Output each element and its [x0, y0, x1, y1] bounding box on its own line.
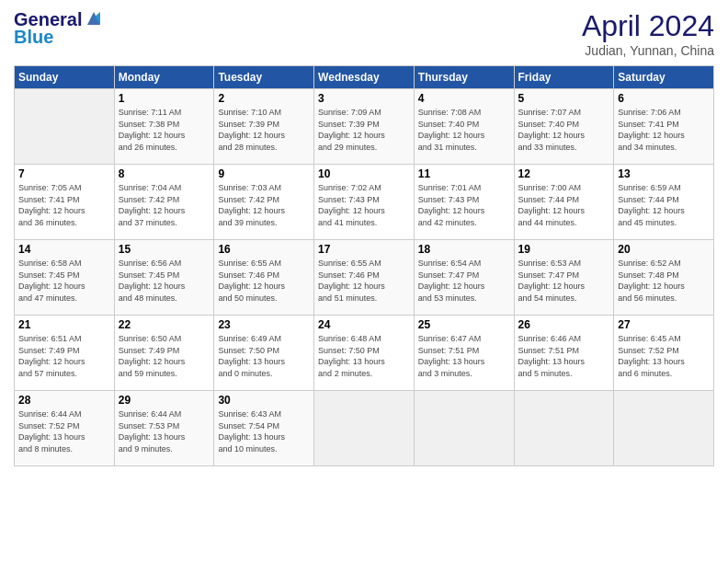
day-number: 11 — [418, 167, 510, 180]
day-number: 15 — [119, 243, 210, 256]
day-number: 25 — [418, 318, 510, 331]
col-wednesday: Wednesday — [314, 66, 415, 89]
day-number: 3 — [318, 92, 410, 105]
col-friday: Friday — [514, 66, 614, 89]
calendar-table: Sunday Monday Tuesday Wednesday Thursday… — [14, 65, 714, 466]
calendar-cell — [614, 391, 714, 466]
day-info: Sunrise: 6:55 AM Sunset: 7:46 PM Dayligh… — [218, 258, 310, 304]
day-number: 29 — [119, 394, 210, 407]
day-info: Sunrise: 6:48 AM Sunset: 7:50 PM Dayligh… — [318, 333, 410, 379]
day-info: Sunrise: 7:07 AM Sunset: 7:40 PM Dayligh… — [518, 107, 610, 153]
day-info: Sunrise: 6:54 AM Sunset: 7:47 PM Dayligh… — [418, 258, 510, 304]
calendar-cell: 14Sunrise: 6:58 AM Sunset: 7:45 PM Dayli… — [15, 240, 115, 316]
page-container: General Blue April 2024 Judian, Yunnan, … — [0, 0, 728, 476]
day-info: Sunrise: 6:44 AM Sunset: 7:53 PM Dayligh… — [119, 408, 210, 454]
calendar-cell — [15, 89, 115, 165]
day-number: 28 — [18, 394, 110, 407]
calendar-cell: 8Sunrise: 7:04 AM Sunset: 7:42 PM Daylig… — [114, 165, 214, 240]
day-info: Sunrise: 6:43 AM Sunset: 7:54 PM Dayligh… — [218, 408, 310, 454]
title-block: April 2024 Judian, Yunnan, China — [582, 9, 714, 58]
day-number: 27 — [618, 318, 710, 331]
calendar-cell — [314, 391, 415, 466]
calendar-cell: 30Sunrise: 6:43 AM Sunset: 7:54 PM Dayli… — [214, 391, 314, 466]
calendar-cell: 18Sunrise: 6:54 AM Sunset: 7:47 PM Dayli… — [414, 240, 514, 316]
day-info: Sunrise: 6:44 AM Sunset: 7:52 PM Dayligh… — [18, 408, 110, 454]
day-info: Sunrise: 7:11 AM Sunset: 7:38 PM Dayligh… — [119, 107, 210, 153]
day-info: Sunrise: 7:09 AM Sunset: 7:39 PM Dayligh… — [318, 107, 410, 153]
calendar-cell: 28Sunrise: 6:44 AM Sunset: 7:52 PM Dayli… — [15, 391, 115, 466]
day-number: 5 — [518, 92, 610, 105]
day-info: Sunrise: 6:52 AM Sunset: 7:48 PM Dayligh… — [618, 258, 710, 304]
day-number: 7 — [18, 167, 110, 180]
day-info: Sunrise: 7:00 AM Sunset: 7:44 PM Dayligh… — [518, 182, 610, 228]
calendar-week-1: 1Sunrise: 7:11 AM Sunset: 7:38 PM Daylig… — [15, 89, 714, 165]
calendar-cell: 2Sunrise: 7:10 AM Sunset: 7:39 PM Daylig… — [214, 89, 314, 165]
month-title: April 2024 — [582, 9, 714, 43]
calendar-cell: 7Sunrise: 7:05 AM Sunset: 7:41 PM Daylig… — [15, 165, 115, 240]
header: General Blue April 2024 Judian, Yunnan, … — [14, 9, 714, 58]
day-info: Sunrise: 6:58 AM Sunset: 7:45 PM Dayligh… — [18, 258, 110, 304]
day-info: Sunrise: 6:50 AM Sunset: 7:49 PM Dayligh… — [119, 333, 210, 379]
day-info: Sunrise: 7:01 AM Sunset: 7:43 PM Dayligh… — [418, 182, 510, 228]
day-number: 2 — [218, 92, 310, 105]
col-thursday: Thursday — [414, 66, 514, 89]
calendar-cell: 22Sunrise: 6:50 AM Sunset: 7:49 PM Dayli… — [114, 316, 214, 391]
day-number: 19 — [518, 243, 610, 256]
calendar-cell — [514, 391, 614, 466]
logo-icon — [84, 8, 104, 29]
day-number: 4 — [418, 92, 510, 105]
calendar-cell: 3Sunrise: 7:09 AM Sunset: 7:39 PM Daylig… — [314, 89, 415, 165]
calendar-week-3: 14Sunrise: 6:58 AM Sunset: 7:45 PM Dayli… — [15, 240, 714, 316]
day-number: 20 — [618, 243, 710, 256]
calendar-cell: 1Sunrise: 7:11 AM Sunset: 7:38 PM Daylig… — [114, 89, 214, 165]
calendar-cell: 25Sunrise: 6:47 AM Sunset: 7:51 PM Dayli… — [414, 316, 514, 391]
day-info: Sunrise: 6:46 AM Sunset: 7:51 PM Dayligh… — [518, 333, 610, 379]
day-info: Sunrise: 7:02 AM Sunset: 7:43 PM Dayligh… — [318, 182, 410, 228]
calendar-cell: 26Sunrise: 6:46 AM Sunset: 7:51 PM Dayli… — [514, 316, 614, 391]
day-number: 13 — [618, 167, 710, 180]
calendar-cell: 13Sunrise: 6:59 AM Sunset: 7:44 PM Dayli… — [614, 165, 714, 240]
calendar-week-5: 28Sunrise: 6:44 AM Sunset: 7:52 PM Dayli… — [15, 391, 714, 466]
day-number: 24 — [318, 318, 410, 331]
calendar-cell: 10Sunrise: 7:02 AM Sunset: 7:43 PM Dayli… — [314, 165, 415, 240]
day-number: 1 — [119, 92, 210, 105]
day-info: Sunrise: 6:55 AM Sunset: 7:46 PM Dayligh… — [318, 258, 410, 304]
calendar-cell: 23Sunrise: 6:49 AM Sunset: 7:50 PM Dayli… — [214, 316, 314, 391]
day-number: 23 — [218, 318, 310, 331]
day-info: Sunrise: 6:59 AM Sunset: 7:44 PM Dayligh… — [618, 182, 710, 228]
calendar-cell: 5Sunrise: 7:07 AM Sunset: 7:40 PM Daylig… — [514, 89, 614, 165]
header-row: Sunday Monday Tuesday Wednesday Thursday… — [15, 66, 714, 89]
day-info: Sunrise: 6:51 AM Sunset: 7:49 PM Dayligh… — [18, 333, 110, 379]
day-number: 17 — [318, 243, 410, 256]
calendar-cell: 6Sunrise: 7:06 AM Sunset: 7:41 PM Daylig… — [614, 89, 714, 165]
day-info: Sunrise: 7:10 AM Sunset: 7:39 PM Dayligh… — [218, 107, 310, 153]
day-number: 6 — [618, 92, 710, 105]
day-info: Sunrise: 7:05 AM Sunset: 7:41 PM Dayligh… — [18, 182, 110, 228]
calendar-cell: 27Sunrise: 6:45 AM Sunset: 7:52 PM Dayli… — [614, 316, 714, 391]
logo: General Blue — [14, 9, 104, 48]
calendar-cell: 16Sunrise: 6:55 AM Sunset: 7:46 PM Dayli… — [214, 240, 314, 316]
day-info: Sunrise: 6:49 AM Sunset: 7:50 PM Dayligh… — [218, 333, 310, 379]
calendar-cell: 29Sunrise: 6:44 AM Sunset: 7:53 PM Dayli… — [114, 391, 214, 466]
day-number: 16 — [218, 243, 310, 256]
calendar-cell: 9Sunrise: 7:03 AM Sunset: 7:42 PM Daylig… — [214, 165, 314, 240]
day-info: Sunrise: 6:47 AM Sunset: 7:51 PM Dayligh… — [418, 333, 510, 379]
day-number: 22 — [119, 318, 210, 331]
col-saturday: Saturday — [614, 66, 714, 89]
day-number: 14 — [18, 243, 110, 256]
day-number: 10 — [318, 167, 410, 180]
day-number: 18 — [418, 243, 510, 256]
calendar-cell: 11Sunrise: 7:01 AM Sunset: 7:43 PM Dayli… — [414, 165, 514, 240]
calendar-cell: 24Sunrise: 6:48 AM Sunset: 7:50 PM Dayli… — [314, 316, 415, 391]
calendar-cell: 12Sunrise: 7:00 AM Sunset: 7:44 PM Dayli… — [514, 165, 614, 240]
day-number: 30 — [218, 394, 310, 407]
day-info: Sunrise: 7:06 AM Sunset: 7:41 PM Dayligh… — [618, 107, 710, 153]
col-sunday: Sunday — [15, 66, 115, 89]
calendar-cell — [414, 391, 514, 466]
calendar-cell: 17Sunrise: 6:55 AM Sunset: 7:46 PM Dayli… — [314, 240, 415, 316]
calendar-cell: 4Sunrise: 7:08 AM Sunset: 7:40 PM Daylig… — [414, 89, 514, 165]
day-number: 8 — [119, 167, 210, 180]
calendar-cell: 21Sunrise: 6:51 AM Sunset: 7:49 PM Dayli… — [15, 316, 115, 391]
calendar-week-2: 7Sunrise: 7:05 AM Sunset: 7:41 PM Daylig… — [15, 165, 714, 240]
calendar-cell: 20Sunrise: 6:52 AM Sunset: 7:48 PM Dayli… — [614, 240, 714, 316]
